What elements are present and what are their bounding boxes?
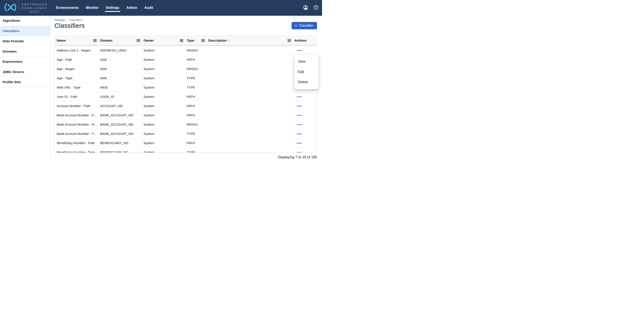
- help-icon[interactable]: ?: [314, 5, 318, 10]
- cell-actions: [294, 113, 317, 117]
- row-actions-more-icon[interactable]: [296, 151, 302, 153]
- cell-type: PATH: [187, 95, 208, 98]
- cell-type: TYPE: [187, 86, 208, 89]
- column-label-owner: Owner: [144, 38, 154, 42]
- cell-domain: BENEFICIARY_NO: [100, 150, 144, 153]
- column-menu-icon[interactable]: [288, 39, 291, 42]
- pagination-status: Displaying 7 to 19 of 165: [54, 155, 317, 159]
- context-menu-item[interactable]: Delete: [294, 77, 318, 87]
- row-actions-more-icon[interactable]: [296, 114, 302, 117]
- cell-owner: System: [144, 141, 187, 145]
- cell-owner: System: [144, 86, 187, 89]
- cell-owner: System: [144, 132, 187, 136]
- sidebar-item[interactable]: Profile Sets: [0, 77, 50, 87]
- column-label-name: Name: [57, 38, 66, 42]
- add-classifier-button[interactable]: + Classifier: [292, 22, 317, 29]
- sidebar-item[interactable]: Algorithms: [0, 16, 50, 26]
- main-content: Settings › Classifiers Classifiers + Cla…: [50, 16, 322, 160]
- cell-owner: System: [144, 95, 187, 98]
- cell-name: Address Line 2 - Regex: [54, 48, 100, 52]
- product-version: 22.0.0.0: [30, 10, 39, 13]
- cell-name: Age - Regex: [54, 67, 100, 71]
- table-row: Web URL - Type WEB System TYPE: [54, 83, 317, 92]
- cell-type: PATH: [187, 58, 208, 61]
- sidebar-item[interactable]: Expressions: [0, 57, 50, 67]
- column-menu-icon[interactable]: [136, 39, 140, 42]
- product-name-line1: CONTINUOUS: [21, 3, 48, 6]
- table-row: Bank Account Number - P... BANK_ACCOUNT_…: [54, 111, 317, 120]
- row-actions-more-icon[interactable]: [296, 123, 302, 127]
- column-label-actions: Actions: [294, 38, 307, 42]
- cell-owner: System: [144, 48, 187, 52]
- row-actions-more-icon[interactable]: [296, 95, 302, 99]
- sidebar-item[interactable]: JDBC Drivers: [0, 67, 50, 77]
- top-nav-item[interactable]: Admin: [126, 6, 137, 10]
- cell-actions: [294, 131, 317, 136]
- cell-actions: [294, 122, 317, 127]
- plus-icon: +: [294, 23, 297, 28]
- context-menu-item[interactable]: View: [294, 56, 318, 67]
- cell-name: Bank Account Number - P...: [54, 113, 100, 117]
- cell-actions: [294, 104, 317, 108]
- product-name-line2: COMPLIANCE: [22, 6, 48, 10]
- top-nav-item[interactable]: Monitor: [86, 6, 99, 10]
- cell-domain: AGE: [100, 67, 144, 71]
- column-label-domain: Domain: [100, 38, 112, 42]
- delphix-logo-icon: [4, 3, 16, 12]
- table-row: Bank Account Number - R... BANK_ACCOUNT_…: [54, 120, 317, 129]
- context-menu-item[interactable]: Edit: [294, 67, 318, 77]
- cell-domain: BANK_ACCOUNT_NO: [100, 132, 144, 136]
- table-row: User ID - Path USER_ID System PATH: [54, 92, 317, 101]
- row-actions-more-icon[interactable]: [296, 104, 302, 108]
- cell-domain: BANK_ACCOUNT_NO: [100, 113, 144, 117]
- column-header-actions: Actions: [294, 36, 317, 45]
- sidebar-item[interactable]: Domains: [0, 46, 50, 57]
- cell-name: Beneficiary Number - Type: [54, 150, 100, 153]
- sidebar-item[interactable]: Data Formats: [0, 36, 50, 46]
- cell-owner: System: [144, 150, 187, 153]
- logo-divider: [19, 2, 19, 12]
- account-icon[interactable]: [303, 5, 308, 10]
- column-header-description: Description ↑: [208, 36, 294, 45]
- row-actions-more-icon[interactable]: [296, 49, 302, 52]
- column-menu-icon[interactable]: [180, 39, 183, 42]
- cell-domain: BANK_ACCOUNT_NO: [100, 123, 144, 126]
- row-actions-context-menu: View Edit Delete: [294, 54, 318, 89]
- cell-domain: ACCOUNT_NO: [100, 104, 144, 108]
- breadcrumb: Settings › Classifiers: [54, 18, 317, 22]
- cell-name: Age - Type: [54, 76, 100, 80]
- cell-actions: [294, 150, 317, 153]
- column-header-owner: Owner: [144, 36, 187, 45]
- column-header-domain: Domain: [100, 36, 144, 45]
- top-nav-item[interactable]: Settings: [106, 6, 119, 10]
- cell-type: TYPE: [187, 76, 208, 80]
- column-menu-icon[interactable]: [201, 39, 205, 42]
- table-row: Age - Regex AGE System REGEX: [54, 64, 317, 73]
- table-body: Address Line 2 - Regex ADDRESS_LINE2 Sys…: [54, 46, 317, 153]
- column-header-name: Name: [54, 36, 100, 45]
- row-actions-more-icon[interactable]: [296, 132, 302, 136]
- page-title: Classifiers: [54, 22, 85, 29]
- cell-owner: System: [144, 58, 187, 61]
- sort-ascending-icon[interactable]: ↑: [228, 38, 230, 42]
- breadcrumb-parent-link[interactable]: Settings: [54, 18, 65, 21]
- app-logo: CONTINUOUS COMPLIANCE 22.0.0.0: [4, 1, 48, 13]
- cell-domain: ADDRESS_LINE2: [100, 48, 144, 52]
- table-header-row: Name Domain Owner: [54, 36, 317, 46]
- cell-name: Bank Account Number - T...: [54, 132, 100, 136]
- cell-actions: [294, 94, 317, 99]
- table-row: Address Line 2 - Regex ADDRESS_LINE2 Sys…: [54, 46, 317, 55]
- cell-type: TYPE: [187, 132, 208, 136]
- top-nav-item[interactable]: Environments: [56, 6, 79, 10]
- row-actions-more-icon[interactable]: [296, 141, 302, 145]
- cell-domain: WEB: [100, 86, 144, 89]
- breadcrumb-separator-icon: ›: [66, 18, 68, 21]
- column-menu-icon[interactable]: [93, 39, 97, 42]
- cell-domain: AGE: [100, 76, 144, 80]
- top-nav-item[interactable]: Audit: [144, 6, 153, 10]
- cell-name: Account Number - Path: [54, 104, 100, 108]
- cell-domain: AGE: [100, 58, 144, 61]
- cell-name: Web URL - Type: [54, 86, 100, 89]
- sidebar-item[interactable]: Classifiers: [0, 26, 50, 36]
- column-label-description: Description: [208, 38, 226, 42]
